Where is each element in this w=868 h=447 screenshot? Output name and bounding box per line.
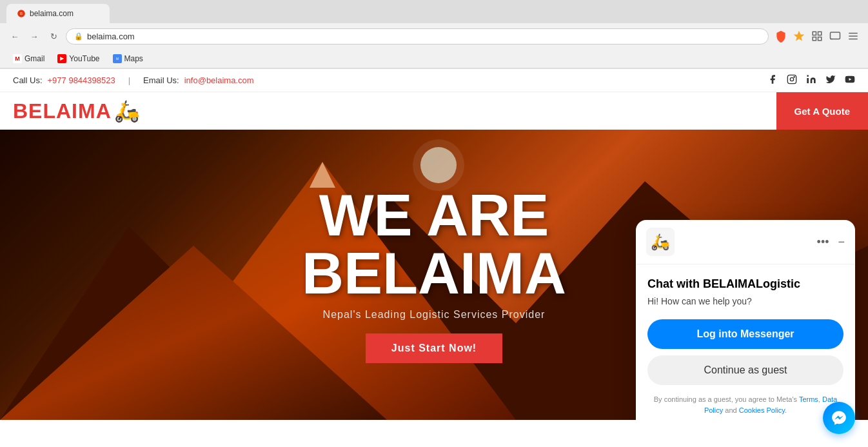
svg-point-15 [794, 77, 794, 77]
gmail-label: Gmail [25, 54, 44, 63]
cast-icon[interactable] [828, 29, 842, 43]
hero-title-line1: WE ARE [302, 186, 566, 244]
divider: | [128, 75, 130, 85]
chat-more-button[interactable]: ••• [817, 235, 829, 249]
bookmarks-bar: M Gmail ▶ YouTube M Maps [0, 49, 868, 68]
social-icons [767, 74, 855, 86]
phone-number[interactable]: +977 9844398523 [48, 75, 115, 85]
youtube-label: YouTube [69, 54, 99, 63]
chat-body: Chat with BELAIMALogistic Hi! How can we… [636, 264, 855, 420]
svg-point-24 [429, 158, 435, 163]
reload-button[interactable]: ↻ [46, 29, 61, 43]
chat-title: Chat with BELAIMALogistic [647, 277, 843, 291]
hero-title-line2: BELAIMA [302, 244, 566, 303]
cookies-policy-link[interactable]: Cookies Policy [739, 406, 785, 414]
chat-minimize-button[interactable]: − [838, 235, 845, 249]
hero-subtitle: Nepal's Leading Logistic Services Provid… [302, 309, 566, 321]
browser-chrome: B belaima.com ← → ↻ 🔒 belaima.com [0, 0, 868, 69]
back-button[interactable]: ← [8, 29, 22, 43]
chat-greeting: Hi! How can we help you? [647, 296, 843, 306]
instagram-icon[interactable] [787, 74, 797, 86]
brave-rewards-icon[interactable] [792, 29, 806, 43]
chat-brand-logo: 🛵 [646, 228, 675, 256]
extensions-icon[interactable] [810, 29, 824, 43]
svg-rect-7 [831, 32, 840, 39]
website: Call Us: +977 9844398523 | Email Us: inf… [0, 69, 868, 420]
svg-text:M: M [115, 57, 118, 61]
email-address[interactable]: info@belaima.com [184, 75, 254, 85]
logo-mascot: 🛵 [114, 99, 140, 123]
maps-favicon: M [113, 54, 122, 63]
svg-point-16 [807, 75, 809, 77]
forward-button[interactable]: → [27, 29, 41, 43]
log-into-messenger-button[interactable]: Log into Messenger [647, 319, 843, 349]
brave-shields-icon[interactable] [774, 29, 788, 43]
browser-extensions [774, 29, 860, 43]
email-label: Email Us: [143, 75, 179, 85]
twitter-icon[interactable] [825, 74, 836, 86]
hero-section: WE ARE BELAIMA Nepal's Leading Logistic … [0, 130, 868, 420]
contact-info: Call Us: +977 9844398523 | Email Us: inf… [13, 75, 254, 85]
call-label: Call Us: [13, 75, 43, 85]
hero-cta-button[interactable]: Just Start Now! [366, 333, 502, 363]
hero-content: WE ARE BELAIMA Nepal's Leading Logistic … [302, 186, 566, 363]
address-bar[interactable]: 🔒 belaima.com [66, 28, 769, 45]
active-tab[interactable]: B belaima.com [6, 4, 110, 23]
svg-rect-3 [813, 32, 816, 35]
svg-rect-4 [818, 32, 822, 35]
svg-marker-2 [794, 31, 805, 41]
ellipsis-icon: ••• [817, 235, 829, 248]
site-navigation: BELAIMA 🛵 Home About Get A Quote [0, 92, 868, 130]
linkedin-icon[interactable] [806, 74, 816, 86]
chat-header-actions: ••• − [817, 235, 845, 249]
lock-icon: 🔒 [74, 32, 83, 41]
browser-nav: ← → ↻ 🔒 belaima.com [0, 23, 868, 49]
youtube-favicon: ▶ [57, 54, 66, 63]
logo-text: BELAIMA [13, 99, 112, 123]
svg-rect-6 [818, 37, 822, 41]
chat-widget: 🛵 ••• − Chat with BELAIMALogistic Hi! Ho… [636, 220, 855, 420]
svg-rect-13 [787, 75, 796, 83]
svg-point-23 [420, 147, 457, 183]
bookmark-youtube[interactable]: ▶ YouTube [52, 53, 104, 65]
svg-text:B: B [20, 12, 23, 15]
bookmark-gmail[interactable]: M Gmail [8, 53, 50, 65]
get-quote-button[interactable]: Get A Quote [776, 92, 868, 130]
svg-point-14 [790, 77, 793, 81]
youtube-social-icon[interactable] [845, 74, 855, 86]
menu-icon[interactable] [846, 29, 860, 43]
hero-title: WE ARE BELAIMA [302, 186, 566, 303]
top-bar: Call Us: +977 9844398523 | Email Us: inf… [0, 69, 868, 92]
chat-disclaimer: By continuing as a guest, you agree to M… [647, 394, 843, 415]
svg-rect-5 [813, 37, 816, 41]
browser-tabs: B belaima.com [0, 0, 868, 23]
terms-link[interactable]: Terms [799, 395, 818, 403]
chat-header: 🛵 ••• − [636, 220, 855, 264]
logo: BELAIMA 🛵 [13, 99, 140, 123]
continue-as-guest-button[interactable]: Continue as guest [647, 355, 843, 385]
gmail-favicon: M [13, 54, 22, 63]
facebook-icon[interactable] [767, 74, 778, 86]
maps-label: Maps [124, 54, 143, 63]
minimize-icon: − [838, 235, 845, 248]
bookmark-maps[interactable]: M Maps [108, 53, 148, 65]
tab-title: belaima.com [30, 9, 74, 18]
tab-favicon: B [17, 9, 26, 18]
address-text: belaima.com [87, 32, 135, 41]
